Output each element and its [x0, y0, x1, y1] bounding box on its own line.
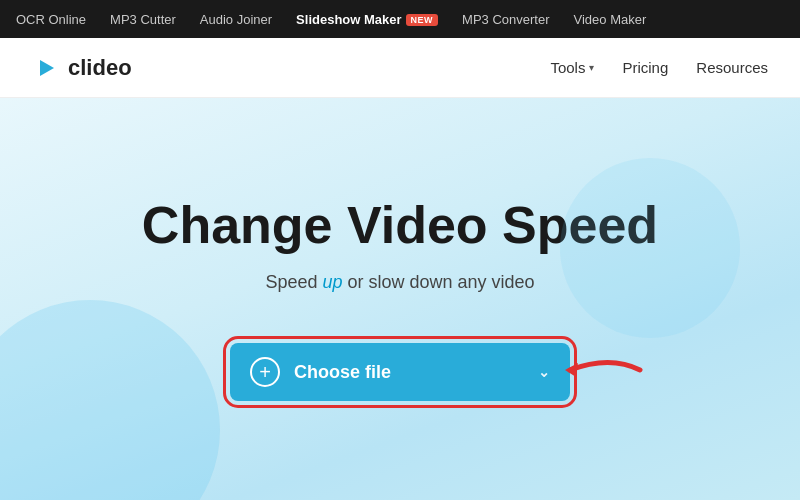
chevron-down-icon: ▾ — [589, 62, 594, 73]
top-nav-item-slideshow[interactable]: Slideshow MakerNEW — [296, 12, 438, 27]
svg-marker-1 — [565, 363, 578, 377]
svg-marker-0 — [40, 60, 54, 76]
top-nav-item-videomaker[interactable]: Video Maker — [574, 12, 647, 27]
clideo-logo-icon — [32, 54, 60, 82]
nav-tools[interactable]: Tools ▾ — [550, 59, 594, 76]
subtitle-highlight: up — [322, 272, 342, 292]
choose-file-button[interactable]: + Choose file ⌄ — [230, 343, 570, 401]
arrow-container — [560, 350, 650, 394]
choose-file-label: Choose file — [294, 362, 524, 383]
dropdown-chevron-icon[interactable]: ⌄ — [538, 364, 550, 380]
bg-decoration-left — [0, 300, 220, 500]
top-nav-item-mp3cutter[interactable]: MP3 Cutter — [110, 12, 176, 27]
hero-subtitle: Speed up or slow down any video — [265, 272, 534, 293]
top-nav-item-mp3converter[interactable]: MP3 Converter — [462, 12, 549, 27]
nav-resources[interactable]: Resources — [696, 59, 768, 76]
logo-text: clideo — [68, 55, 132, 81]
choose-file-wrapper: + Choose file ⌄ — [230, 343, 570, 401]
new-badge: NEW — [406, 14, 439, 26]
plus-icon: + — [250, 357, 280, 387]
main-nav-links: Tools ▾ Pricing Resources — [550, 59, 768, 76]
top-nav-item-audiojoiner[interactable]: Audio Joiner — [200, 12, 272, 27]
hero-section: Change Video Speed Speed up or slow down… — [0, 98, 800, 500]
top-nav: OCR Online MP3 Cutter Audio Joiner Slide… — [0, 0, 800, 38]
pointing-arrow-icon — [560, 350, 650, 390]
top-nav-item-ocr[interactable]: OCR Online — [16, 12, 86, 27]
nav-pricing[interactable]: Pricing — [622, 59, 668, 76]
main-nav: clideo Tools ▾ Pricing Resources — [0, 38, 800, 98]
bg-decoration-right — [560, 158, 740, 338]
logo[interactable]: clideo — [32, 54, 132, 82]
